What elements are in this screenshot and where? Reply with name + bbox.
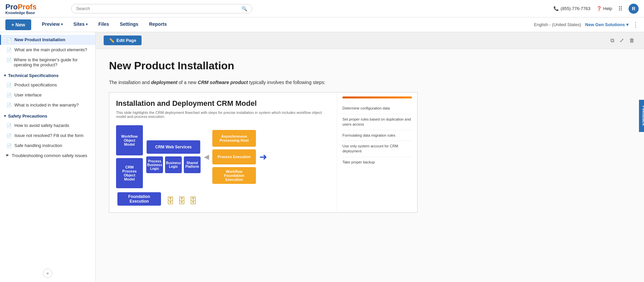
db-icon-3: 🗄 <box>189 196 197 206</box>
sidebar-item-avoid-hazards[interactable]: 📄 How to avoid safety hazards <box>0 121 95 131</box>
db-icon-2: 🗄 <box>178 196 186 206</box>
avatar[interactable]: R <box>629 4 639 14</box>
doc-icon: 📄 <box>6 38 12 43</box>
pencil-icon: ✏️ <box>109 38 114 43</box>
sidebar-item-safe-handling[interactable]: 📄 Safe handling instruction <box>0 141 95 151</box>
collapse-icon: « <box>47 271 49 276</box>
copy-icon-button[interactable]: ⧉ <box>609 36 615 45</box>
database-icons: 🗄 🗄 🗄 <box>166 196 197 206</box>
doc-icon-9: 📄 <box>6 143 12 148</box>
edit-bar: ✏️ Edit Page ⧉ ⤢ 🗑 <box>96 32 644 49</box>
sidebar-item-issue-form[interactable]: 📄 Issue not resolved? Fill out the form <box>0 131 95 141</box>
process-business-logic-box: Process Business Logic <box>146 156 163 173</box>
sidebar-item-beginners-guide[interactable]: 📄 Where is the beginner's guide for oper… <box>0 55 95 70</box>
logo-profs: Profs <box>18 3 37 11</box>
section-technical-specs[interactable]: ▾ Technical Specifications <box>0 70 95 80</box>
nav-settings[interactable]: Settings <box>114 17 144 32</box>
sidebar-collapse-button[interactable]: « <box>43 269 52 278</box>
right-column: Asynchronous Processing Host Process Exe… <box>212 130 256 184</box>
top-nav-right: 📞 (855) 776-7763 ❓ Help ⠿ R <box>553 4 639 14</box>
workspace-chevron: ▾ <box>626 22 629 27</box>
sidebar: 📄 New Product Installation 📄 What are th… <box>0 32 96 282</box>
sidebar-list-item-2: Formulating data migration rules <box>342 130 412 141</box>
help-icon: ❓ <box>596 6 602 11</box>
shared-platform-box: Shared Platform <box>184 156 201 173</box>
doc-icon-3: 📄 <box>6 58 11 63</box>
help-label: Help <box>603 6 612 11</box>
edit-bar-actions: ⧉ ⤢ 🗑 <box>609 36 636 45</box>
delete-icon-button[interactable]: 🗑 <box>628 36 636 45</box>
main-layout: 📄 New Product Installation 📄 What are th… <box>0 32 644 282</box>
crm-diagram: Installation and Deployment CRM Model Th… <box>109 92 418 213</box>
process-execution-box: Process Execution <box>212 149 256 164</box>
phone-link[interactable]: 📞 (855) 776-7763 <box>553 6 590 11</box>
sidebar-item-product-specs[interactable]: 📄 Product specifications <box>0 80 95 90</box>
left-column: Workflow Object Model CRM Process Object… <box>116 125 143 188</box>
sidebar-item-warranty[interactable]: 📄 What is included in the warranty? <box>0 100 95 110</box>
section-safety-precautions[interactable]: ▾ Safety Precautions <box>0 110 95 121</box>
sidebar-item-main-elements[interactable]: 📄 What are the main product elements? <box>0 45 95 55</box>
language-selector[interactable]: English - (United States) <box>534 22 581 27</box>
sidebar-list-item-4: Take proper backup <box>342 157 412 167</box>
sidebar-item-user-interface[interactable]: 📄 User interface <box>0 90 95 100</box>
feedback-tab[interactable]: Feedback <box>639 99 644 132</box>
logo-pro: Pro <box>5 3 18 11</box>
business-logic-box: Business Logic <box>165 156 182 173</box>
diagram-subtitle: This slide highlights the CRM deployment… <box>116 111 330 119</box>
diagram-title: Installation and Deployment CRM Model <box>116 99 330 108</box>
phone-number: (855) 776-7763 <box>560 6 590 11</box>
left-arrow: ◀ <box>204 153 209 161</box>
workflow-object-model-box: Workflow Object Model <box>116 125 143 155</box>
nav-reports[interactable]: Reports <box>144 17 172 32</box>
crm-process-object-model-box: CRM Process Object Model <box>116 158 143 188</box>
tech-chevron: ▾ <box>4 73 6 78</box>
main-content: ✏️ Edit Page ⧉ ⤢ 🗑 New Product Installat… <box>96 32 644 282</box>
doc-icon-5: 📄 <box>6 93 12 98</box>
logo[interactable]: Pro Profs Knowledge Base <box>5 3 66 15</box>
nav-right-area: English - (United States) New Gen Soluti… <box>534 21 639 28</box>
sidebar-list-item-1: Set proper rules based on duplication an… <box>342 114 412 130</box>
crm-web-services-box: CRM Web Services <box>147 140 200 154</box>
nav-sites[interactable]: Sites ▾ <box>68 17 93 32</box>
workflow-foundation-execution-box: Workflow Foundation Execution <box>212 167 256 184</box>
logo-sub: Knowledge Base <box>5 11 35 15</box>
doc-icon-2: 📄 <box>6 48 12 53</box>
search-bar[interactable]: 🔍 <box>71 4 252 13</box>
sidebar-item-new-product-installation[interactable]: 📄 New Product Installation <box>0 35 95 45</box>
nav-preview[interactable]: Preview ▾ <box>37 17 68 32</box>
expand-icon-button[interactable]: ⤢ <box>618 36 625 45</box>
search-input[interactable] <box>76 6 241 11</box>
top-navigation: Pro Profs Knowledge Base 🔍 📞 (855) 776-7… <box>0 0 644 17</box>
workspace-selector[interactable]: New Gen Solutions ▾ <box>585 22 629 27</box>
doc-icon-7: 📄 <box>6 123 12 128</box>
content-area: New Product Installation The installatio… <box>96 49 431 230</box>
doc-icon-6: 📄 <box>6 103 12 108</box>
second-navigation: + New Preview ▾ Sites ▾ Files Settings R… <box>0 17 644 32</box>
right-arrow: ➜ <box>259 151 267 162</box>
doc-icon-4: 📄 <box>6 83 12 88</box>
help-link[interactable]: ❓ Help <box>596 6 612 11</box>
db-icon-1: 🗄 <box>166 196 174 206</box>
edit-page-button[interactable]: ✏️ Edit Page <box>104 36 142 45</box>
nav-files[interactable]: Files <box>93 17 114 32</box>
troubleshoot-chevron: ▶ <box>6 153 9 157</box>
doc-icon-8: 📄 <box>6 133 12 138</box>
preview-chevron: ▾ <box>61 22 63 26</box>
sidebar-list-item-0: Determine configuration data <box>342 103 412 114</box>
search-icon: 🔍 <box>241 6 247 11</box>
foundation-execution-box: Foundation Execution <box>117 192 161 206</box>
middle-sub-row: Process Business Logic Business Logic Sh… <box>146 156 201 173</box>
safety-chevron: ▾ <box>4 114 6 118</box>
middle-column: CRM Web Services Process Business Logic … <box>146 140 201 173</box>
sidebar-items-list: Determine configuration data Set proper … <box>342 103 412 167</box>
sidebar-list-item-3: Use only system account for CRM deployme… <box>342 141 412 157</box>
page-intro: The installation and deployment of a new… <box>109 79 418 86</box>
new-button[interactable]: + New <box>5 19 31 30</box>
orange-progress-bar <box>342 96 412 98</box>
more-options-icon[interactable]: ⋮ <box>633 21 639 28</box>
page-title: New Product Installation <box>109 60 418 72</box>
diagram-sidebar: Determine configuration data Set proper … <box>337 92 417 212</box>
phone-icon: 📞 <box>553 6 559 11</box>
grid-icon[interactable]: ⠿ <box>618 5 623 12</box>
sidebar-item-troubleshooting[interactable]: ▶ Troubleshooting common safety issues <box>0 151 95 160</box>
